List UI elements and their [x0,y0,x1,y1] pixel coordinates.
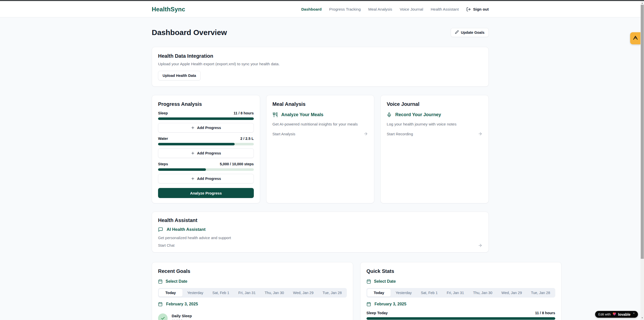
sleep-today-progress-fill [366,317,555,320]
sleep-today-stat: Sleep Today 11 / 8 hours Add Progress [366,311,555,320]
date-tab-today[interactable]: Today [159,289,182,297]
main-content: Dashboard Overview Update Goals Health D… [0,17,644,320]
goal-value: 11 / 8 hours [172,319,192,320]
current-date-label: February 3, 2025 [375,302,406,306]
health-assistant-title: Health Assistant [158,217,482,223]
brand-logo[interactable]: HealthSync [152,6,185,13]
date-tab-fri-jan-31[interactable]: Fri, Jan 31 [234,289,260,297]
sign-out-icon [466,7,471,12]
upload-health-data-button[interactable]: Upload Health Data [158,71,201,80]
nav-item-voice-journal[interactable]: Voice Journal [400,7,423,12]
progress-row-water: Water 2 / 2.5 L Add Progress [158,137,254,158]
stat-label: Sleep Today [366,311,388,315]
steps-progress-bar [158,168,254,171]
recent-goals-select-date[interactable]: Select Date [158,279,347,284]
add-progress-label: Add Progress [197,126,221,130]
date-tab-thu-jan-30[interactable]: Thu, Jan 30 [260,289,288,297]
start-recording-row[interactable]: Start Recording [387,132,482,136]
analyze-your-meals-link[interactable]: Analyze Your Meals [272,112,368,117]
progress-row-steps: Steps 5,000 / 10,000 steps Add Progress [158,162,254,183]
date-tab-wed-jan-29[interactable]: Wed, Jan 29 [497,289,526,297]
scrollbar-up-icon[interactable]: ▲ [640,1,644,5]
date-tab-today[interactable]: Today [367,289,391,297]
add-progress-water-button[interactable]: Add Progress [158,148,254,158]
arrow-right-icon [478,132,482,136]
current-date-label: February 3, 2025 [166,302,198,306]
sign-out-label: Sign out [473,7,489,12]
date-tab-tue-jan-28[interactable]: Tue, Jan 28 [318,289,346,297]
record-your-journey-link[interactable]: Record Your Journey [387,112,482,117]
add-progress-sleep-button[interactable]: Add Progress [158,123,254,133]
lovable-dev-icon [633,35,638,42]
lovable-floating-edit-button[interactable] [630,32,640,44]
ai-health-assistant-label: AI Health Assistant [167,227,205,232]
assistant-description: Get personalized health advice and suppo… [158,236,482,240]
progress-analysis-title: Progress Analysis [158,101,254,107]
progress-analysis-card: Progress Analysis Sleep 11 / 8 hours Add… [152,95,260,203]
meal-analysis-card: Meal Analysis Analyze Your Meals Get AI-… [266,95,375,203]
calendar-icon [366,279,371,284]
update-goals-label: Update Goals [461,30,484,35]
start-analysis-row[interactable]: Start Analysis [272,132,368,136]
calendar-icon [158,279,163,284]
start-analysis-label: Start Analysis [272,132,295,136]
add-progress-label: Add Progress [197,177,221,181]
progress-label: Sleep [158,111,168,115]
update-goals-button[interactable]: Update Goals [451,28,489,37]
quick-stats-card: Quick Stats Select Date Today Yesterday … [360,262,562,320]
chat-bubble-icon [158,227,163,232]
add-progress-steps-button[interactable]: Add Progress [158,174,254,183]
date-tab-fri-jan-31[interactable]: Fri, Jan 31 [442,289,468,297]
nav-item-meal-analysis[interactable]: Meal Analysis [368,7,392,12]
quick-stats-title: Quick Stats [366,268,555,274]
ai-health-assistant-link[interactable]: AI Health Assistant [158,227,482,232]
utensils-icon [272,112,278,117]
analyze-progress-button[interactable]: Analyze Progress [158,188,254,198]
meal-description: Get AI-powered nutritional insights for … [272,122,368,126]
arrow-right-icon [478,243,482,248]
start-chat-label: Start Chat [158,243,174,247]
main-nav: Dashboard Progress Tracking Meal Analysi… [301,7,489,12]
pencil-icon [455,30,459,35]
date-tab-sat-feb-1[interactable]: Sat, Feb 1 [208,289,234,297]
check-circle-icon [158,313,168,320]
sleep-progress-bar [158,117,254,120]
window-top-strip [0,0,644,1]
progress-row-sleep: Sleep 11 / 8 hours Add Progress [158,111,254,133]
date-tab-sat-feb-1[interactable]: Sat, Feb 1 [416,289,442,297]
progress-label: Water [158,137,168,141]
edit-with-lovable-badge[interactable]: Edit with lovable × [595,311,638,318]
integration-title: Health Data Integration [158,53,482,59]
quick-stats-select-date[interactable]: Select Date [366,279,555,284]
badge-close-icon[interactable]: × [633,312,635,315]
plus-icon [191,151,195,155]
progress-label: Steps [158,162,168,166]
water-progress-fill [158,143,235,145]
date-tab-wed-jan-29[interactable]: Wed, Jan 29 [289,289,318,297]
recent-goals-date-tabs: Today Yesterday Sat, Feb 1 Fri, Jan 31 T… [158,288,347,298]
quick-stats-date-tabs: Today Yesterday Sat, Feb 1 Fri, Jan 31 T… [366,288,555,298]
select-date-label: Select Date [374,279,396,284]
nav-item-dashboard[interactable]: Dashboard [301,7,322,12]
microphone-icon [387,112,392,117]
vertical-scrollbar[interactable]: ▲ ▼ [640,1,644,320]
sign-out-button[interactable]: Sign out [466,7,489,12]
quick-stats-current-date: February 3, 2025 [366,302,555,306]
scrollbar-down-icon[interactable]: ▼ [640,316,644,319]
date-tab-thu-jan-30[interactable]: Thu, Jan 30 [469,289,497,297]
start-chat-row[interactable]: Start Chat [158,243,482,248]
scrollbar-thumb[interactable] [641,5,644,259]
nav-item-progress-tracking[interactable]: Progress Tracking [329,7,361,12]
recent-goals-title: Recent Goals [158,268,347,274]
arrow-right-icon [363,132,368,136]
date-tab-yesterday[interactable]: Yesterday [183,289,208,297]
badge-prefix: Edit with [598,312,611,316]
date-tab-tue-jan-28[interactable]: Tue, Jan 28 [527,289,555,297]
plus-icon [191,126,195,130]
nav-item-health-assistant[interactable]: Health Assistant [431,7,459,12]
progress-value: 11 / 8 hours [234,111,254,115]
record-your-journey-label: Record Your Journey [395,112,441,117]
analyze-your-meals-label: Analyze Your Meals [281,112,323,117]
date-tab-yesterday[interactable]: Yesterday [391,289,416,297]
calendar-icon [158,302,163,306]
